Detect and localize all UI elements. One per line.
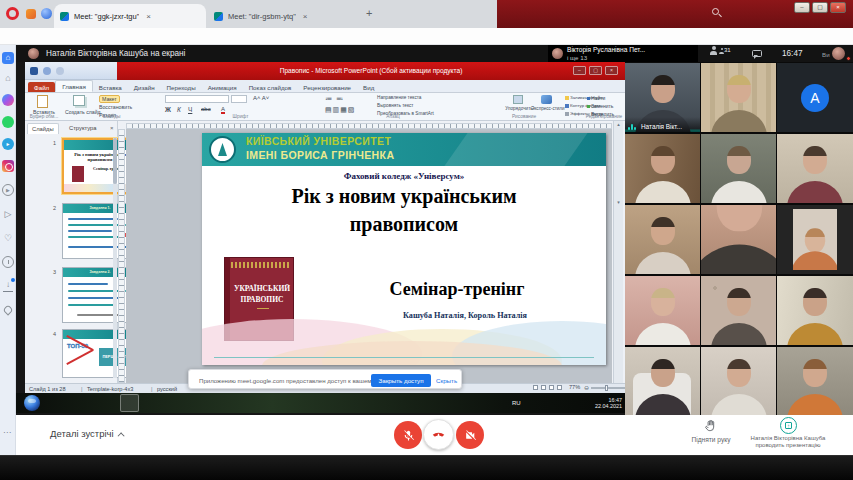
search-icon[interactable] xyxy=(712,8,719,15)
minimize-button[interactable]: – xyxy=(573,66,586,75)
profile-icon[interactable] xyxy=(41,8,52,19)
leave-call-button[interactable] xyxy=(423,419,454,450)
workspace-icon[interactable] xyxy=(26,9,36,19)
redo-icon[interactable] xyxy=(56,67,64,75)
new-slide-icon[interactable] xyxy=(73,95,85,106)
close-icon[interactable]: × xyxy=(303,12,308,21)
participant-video-8[interactable] xyxy=(701,205,776,274)
ribbon-tab-insert[interactable]: Вставка xyxy=(93,82,128,92)
tab-slides[interactable]: Слайды xyxy=(27,123,59,134)
quick-styles-icon[interactable] xyxy=(541,95,552,104)
zoom-slider-thumb[interactable] xyxy=(605,385,608,391)
ribbon-tab-home[interactable]: Главная xyxy=(55,80,93,92)
tab-outline[interactable]: Структура xyxy=(65,123,101,134)
participant-video-6[interactable] xyxy=(777,134,853,203)
participant-video-5[interactable] xyxy=(701,134,776,203)
ribbon-tab-animations[interactable]: Анимация xyxy=(202,82,243,92)
close-icon[interactable]: × xyxy=(146,12,151,21)
maximize-button[interactable]: ▢ xyxy=(812,2,828,13)
close-icon[interactable]: × xyxy=(110,125,114,131)
pinned-participant-chip[interactable]: Вікторія Русланівна Пет... і ще 13 xyxy=(548,45,698,62)
raise-hand-icon[interactable] xyxy=(704,419,718,433)
powerpoint-titlebar[interactable]: Правопис - Microsoft PowerPoint (Сбой ак… xyxy=(117,62,625,80)
zoom-slider[interactable] xyxy=(591,387,625,389)
participant-video-9[interactable] xyxy=(777,205,853,274)
find-button[interactable]: Найти xyxy=(587,95,605,101)
layout-button[interactable]: Макет xyxy=(99,95,120,103)
ribbon-tab-slideshow[interactable]: Показ слайдов xyxy=(243,82,298,92)
close-button[interactable]: × xyxy=(605,66,618,75)
downloads-icon[interactable]: ↓ xyxy=(3,280,13,292)
home-icon[interactable]: ⌂ xyxy=(2,72,14,84)
strikethrough-icon[interactable]: abc xyxy=(201,106,211,112)
participant-video-15[interactable] xyxy=(777,347,853,415)
align-text-button[interactable]: Выровнять текст xyxy=(377,103,414,108)
slide[interactable]: КИЇВСЬКИЙ УНІВЕРСИТЕТ ІМЕНІ БОРИСА ГРІНЧ… xyxy=(202,133,606,365)
participant-video-12[interactable] xyxy=(777,276,853,345)
self-avatar[interactable] xyxy=(832,47,845,60)
zoom-out-icon[interactable]: ⊖ xyxy=(584,384,589,391)
participant-video-11[interactable] xyxy=(701,276,776,345)
player-icon[interactable]: ▶ xyxy=(2,184,14,196)
canvas-scrollbar[interactable]: ▴▾ xyxy=(613,121,623,383)
undo-icon[interactable] xyxy=(43,67,51,75)
replace-button[interactable]: Заменить xyxy=(587,103,613,109)
ribbon-tab-review[interactable]: Рецензирование xyxy=(297,82,357,92)
meeting-details-button[interactable]: Деталі зустрічі xyxy=(50,428,125,439)
save-icon[interactable] xyxy=(30,67,38,75)
close-button[interactable]: × xyxy=(830,2,846,13)
participant-video-10[interactable] xyxy=(625,276,700,345)
sidebar-more-icon[interactable]: ⋯ xyxy=(3,428,12,437)
chat-icon[interactable] xyxy=(752,50,762,57)
text-direction-button[interactable]: Направление текста xyxy=(377,95,421,100)
mic-off-button[interactable] xyxy=(394,421,422,449)
history-icon[interactable] xyxy=(2,256,14,268)
underline-button[interactable]: Ч xyxy=(188,106,192,113)
whatsapp-icon[interactable] xyxy=(2,116,14,128)
view-normal-icon[interactable] xyxy=(533,385,538,390)
font-size-box[interactable] xyxy=(231,95,247,103)
bold-button[interactable]: Ж xyxy=(165,106,171,113)
participant-video-14[interactable] xyxy=(701,347,776,415)
view-sorter-icon[interactable] xyxy=(541,385,546,390)
browser-tab-meet-1[interactable]: Meet: "ggk-jzxr-tgu" × xyxy=(54,4,206,28)
grow-font-icon[interactable]: A˄ A˅ xyxy=(253,95,269,101)
quick-styles-button[interactable]: Экспресс-стили xyxy=(531,106,563,111)
view-reading-icon[interactable] xyxy=(549,385,554,390)
minimize-button[interactable]: – xyxy=(794,2,810,13)
reset-button[interactable]: Восстановить xyxy=(99,104,132,110)
messenger-icon[interactable] xyxy=(2,94,14,106)
participants-icon[interactable] xyxy=(710,51,717,55)
pinboard-icon[interactable] xyxy=(2,304,13,315)
start-button[interactable] xyxy=(24,395,40,411)
camera-off-button[interactable] xyxy=(456,421,484,449)
participant-video-3[interactable]: A xyxy=(777,63,853,132)
language-indicator[interactable]: RU xyxy=(512,400,521,406)
stop-sharing-button[interactable]: Закрыть доступ xyxy=(371,374,431,387)
bookmarks-heart-icon[interactable]: ♡ xyxy=(2,232,14,244)
font-name-box[interactable] xyxy=(165,95,229,103)
new-tab-button[interactable]: + xyxy=(366,7,372,19)
align-icons[interactable]: ▤▥▦▧ xyxy=(325,106,355,114)
panel-scrollbar[interactable] xyxy=(113,138,117,378)
participant-video-13[interactable] xyxy=(625,347,700,415)
font-color-icon[interactable]: А xyxy=(221,106,225,114)
telegram-icon[interactable]: ▸ xyxy=(2,138,14,150)
participant-video-4[interactable] xyxy=(625,134,700,203)
ribbon-tab-view[interactable]: Вид xyxy=(357,82,380,92)
maximize-button[interactable]: ▢ xyxy=(589,66,602,75)
italic-button[interactable]: К xyxy=(177,106,181,113)
my-flow-icon[interactable]: ▷ xyxy=(2,208,14,220)
ribbon-tab-transitions[interactable]: Переходы xyxy=(161,82,202,92)
arrange-icon[interactable] xyxy=(513,95,523,104)
opera-logo-icon[interactable] xyxy=(6,7,19,20)
participant-video-1[interactable]: Наталія Вікт... xyxy=(625,63,700,132)
ribbon-tab-design[interactable]: Дизайн xyxy=(128,82,161,92)
instagram-icon[interactable] xyxy=(2,160,14,172)
browser-tab-meet-2[interactable]: Meet: "dir-gsbm-ytq" × xyxy=(208,4,360,28)
speed-dial-home-icon[interactable]: ⌂ xyxy=(2,52,14,64)
participant-video-2[interactable] xyxy=(701,63,776,132)
hide-button[interactable]: Скрыть xyxy=(436,377,457,384)
ribbon-tab-file[interactable]: Файл xyxy=(28,82,55,92)
bullets-icon[interactable]: ≔ ≕ xyxy=(325,95,344,103)
